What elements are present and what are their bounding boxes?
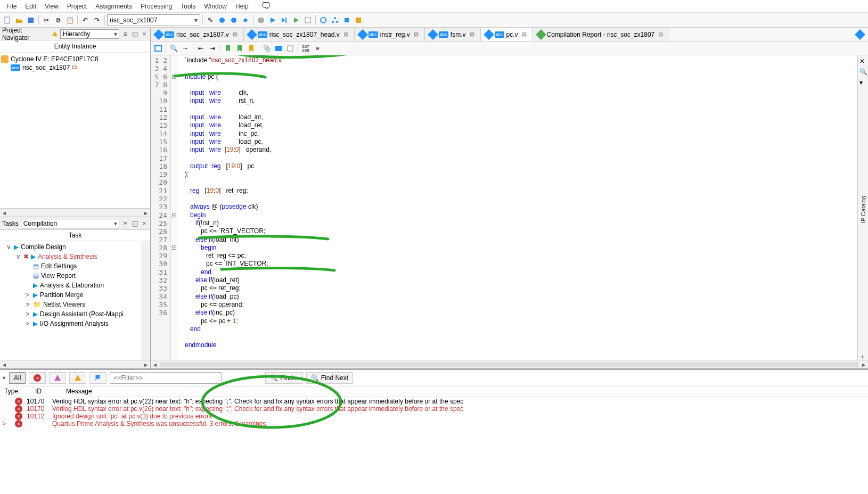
save-icon[interactable] [26, 15, 36, 26]
task-item[interactable]: ▤View Report [1, 271, 141, 281]
rr-close-icon[interactable]: ✕ [859, 57, 867, 65]
chip-icon[interactable] [341, 15, 352, 26]
msg-find-button[interactable]: 🔍Find... [265, 372, 302, 384]
tasks-list[interactable]: ∨▶Compile Design∨✖▶Analysis & Synthesis▤… [0, 241, 142, 360]
paste-icon[interactable]: 📋 [64, 15, 75, 26]
menu-help[interactable]: Help [231, 2, 253, 11]
message-row[interactable]: >×Quartus Prime Analysis & Synthesis was… [0, 420, 868, 427]
top-entity-item[interactable]: abc risc_soc_zx1807 [1, 63, 149, 72]
msg-filter-caution[interactable] [69, 372, 86, 384]
et-clip-icon[interactable]: 📎 [261, 43, 272, 54]
task-item[interactable]: ∨▶Compile Design [1, 242, 141, 252]
pins-icon[interactable] [353, 15, 364, 26]
new-file-icon[interactable] [2, 15, 13, 26]
expand-icon[interactable]: > [24, 291, 31, 299]
code-area[interactable]: `include "risc_soc_zx1807_head.v" module… [177, 55, 868, 360]
tab-risc-soc-zx1807-head-v[interactable]: abcrisc_soc_zx1807_head.v⊠ [244, 28, 355, 41]
tab-close-icon[interactable]: ⊠ [231, 30, 239, 38]
menu-processing[interactable]: Processing [136, 2, 176, 11]
msg-close-icon[interactable]: × [2, 374, 6, 382]
tab-overflow-icon[interactable] [852, 31, 868, 38]
nav-close-icon[interactable]: × [141, 30, 148, 38]
message-row[interactable]: ×10112Ignored design unit "pc" at pc.v(3… [0, 413, 868, 420]
stop-icon[interactable] [256, 15, 266, 26]
wand-icon[interactable]: ✎ [205, 15, 216, 26]
et-lines-icon[interactable]: ≡ [312, 43, 323, 54]
tab-close-icon[interactable]: ⊠ [520, 30, 528, 38]
tasks-vscroll[interactable] [142, 241, 150, 360]
tab-pc-v[interactable]: abcpc.v⊠ [481, 28, 533, 42]
et-goto-icon[interactable]: → [180, 43, 191, 54]
rr-add-icon[interactable]: ＋ [859, 352, 867, 360]
et-bm2-icon[interactable] [234, 43, 245, 54]
msg-rows[interactable]: ×10170Verilog HDL syntax error at pc.v(2… [0, 397, 868, 443]
ip-catalog-label[interactable]: IP Catalog [860, 196, 866, 223]
task-item[interactable]: >▶Design Assistant (Post-Mappi [1, 309, 141, 319]
task-item[interactable]: >📁Netlist Viewers [1, 300, 141, 309]
task-item[interactable]: >▶I/O Assignment Analysis [1, 319, 141, 328]
menu-tools[interactable]: Tools [176, 2, 200, 11]
hierarchy-icon[interactable] [330, 15, 340, 26]
chat-icon[interactable]: 🗨 [257, 0, 275, 13]
device-combo[interactable]: risc_soc_zx1807 [107, 14, 200, 26]
tab-fsm-v[interactable]: abcfsm.v⊠ [425, 28, 481, 41]
nav-mini2-icon[interactable]: ◱ [131, 30, 138, 38]
device-item[interactable]: Cyclone IV E: EP4CE10F17C8 [1, 55, 149, 63]
msg-expand-icon[interactable]: > [2, 420, 11, 427]
play-icon[interactable] [267, 15, 278, 26]
expand-icon[interactable]: > [24, 310, 31, 318]
msg-filter-all[interactable]: All [9, 372, 26, 384]
menu-window[interactable]: Window [200, 2, 231, 11]
diamond-cluster-icon[interactable] [240, 15, 251, 26]
fold-column[interactable]: ⊟⊟⊟ [171, 55, 177, 360]
task-item[interactable]: ▶Analysis & Elaboration [1, 281, 141, 290]
et-nav-icon[interactable] [153, 43, 163, 54]
msg-filter-warn[interactable] [49, 372, 66, 384]
et-bm3-icon[interactable] [246, 43, 257, 54]
cut-icon[interactable]: ✂ [41, 15, 52, 26]
et-edit-icon[interactable] [285, 43, 296, 54]
clock-icon[interactable] [318, 15, 329, 26]
tab-close-icon[interactable]: ⊠ [412, 30, 420, 38]
menu-project[interactable]: Project [63, 2, 91, 11]
gear-blue-icon[interactable] [217, 15, 227, 26]
message-row[interactable]: ×10170Verilog HDL syntax error at pc.v(2… [0, 398, 868, 405]
tasks-close-icon[interactable]: × [141, 220, 148, 227]
nav-tree[interactable]: Cyclone IV E: EP4CE10F17C8 abc risc_soc_… [0, 53, 150, 208]
redo-icon[interactable]: ↷ [92, 15, 102, 26]
expand-icon[interactable]: ∨ [15, 253, 21, 260]
gear-blue2-icon[interactable] [228, 15, 239, 26]
expand-icon[interactable]: ∨ [5, 243, 12, 251]
compile-icon[interactable] [291, 15, 301, 26]
editor-hscroll[interactable]: ◂▸ [151, 360, 868, 368]
expand-icon[interactable]: > [24, 301, 31, 308]
nav-mini1-icon[interactable]: ≡ [121, 30, 129, 38]
tab-close-icon[interactable]: ⊠ [468, 30, 476, 38]
et-indent-out-icon[interactable]: ⇤ [195, 43, 206, 54]
msg-filter-input[interactable] [110, 372, 222, 384]
msg-filter-err[interactable]: × [29, 372, 46, 384]
task-item[interactable]: ∨✖▶Analysis & Synthesis [1, 252, 141, 261]
tasks-hscroll[interactable]: ◂▸ [0, 360, 150, 368]
expand-icon[interactable]: > [24, 320, 31, 327]
et-bm1-icon[interactable] [223, 43, 233, 54]
play-fwd-icon[interactable] [279, 15, 290, 26]
menu-view[interactable]: View [40, 2, 63, 11]
msg-filter-flag[interactable] [89, 372, 107, 384]
menu-file[interactable]: File [2, 2, 21, 11]
msg-find-next-button[interactable]: 🔍Find Next [306, 372, 353, 384]
et-find-icon[interactable]: 🔍 [168, 43, 179, 54]
et-indent-in-icon[interactable]: ⇥ [207, 43, 218, 54]
task-item[interactable]: ▤Edit Settings [1, 261, 141, 271]
rr-search-icon[interactable]: 🔍 [859, 68, 867, 76]
task-item[interactable]: >▶Partition Merge [1, 290, 141, 300]
tab-close-icon[interactable]: ⊠ [342, 30, 350, 38]
open-folder-icon[interactable] [14, 15, 24, 26]
et-linecount-icon[interactable]: 267 268 [300, 43, 311, 54]
tasks-mini1-icon[interactable]: ≡ [121, 220, 129, 227]
copy-icon[interactable]: ⧉ [53, 15, 63, 26]
tab-compilation-report-risc-soc-zx1807[interactable]: Compilation Report - risc_soc_zx1807⊠ [533, 28, 670, 41]
tasks-combo[interactable]: Compilation [21, 219, 119, 228]
rr-expand-icon[interactable]: ▾ [859, 79, 867, 86]
menu-edit[interactable]: Edit [21, 2, 40, 11]
